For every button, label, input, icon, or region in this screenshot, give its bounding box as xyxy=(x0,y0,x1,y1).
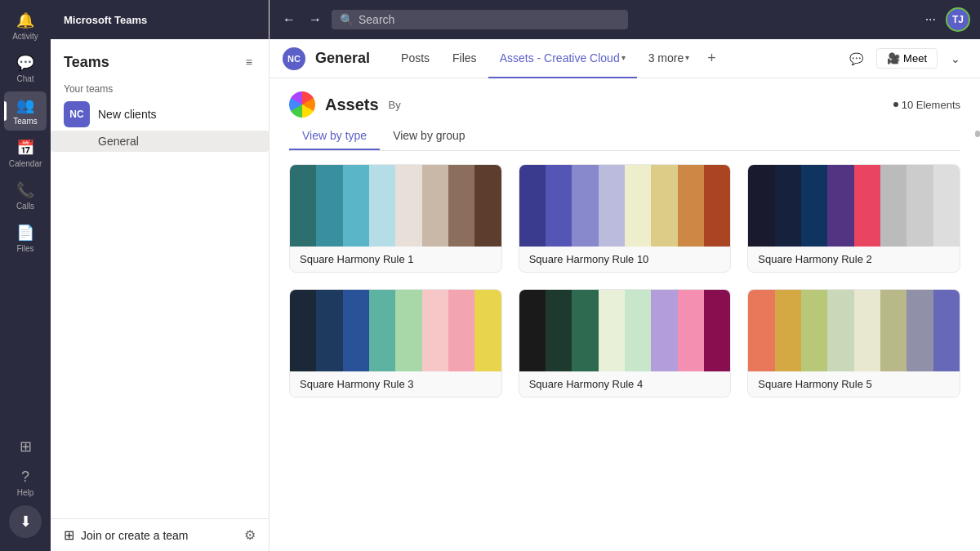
assets-logo xyxy=(289,91,315,118)
sidebar-section-label: Your teams xyxy=(51,78,269,98)
tab-more-chevron: ▾ xyxy=(685,53,689,62)
tab-posts-label: Posts xyxy=(401,51,430,64)
user-avatar[interactable]: TJ xyxy=(946,7,970,32)
swatch xyxy=(854,165,880,247)
rail-item-help[interactable]: ? Help xyxy=(4,464,47,502)
search-icon: 🔍 xyxy=(340,13,354,26)
rail-item-teams[interactable]: 👥 Teams xyxy=(4,91,47,131)
swatch xyxy=(678,165,704,247)
forward-button[interactable]: → xyxy=(305,9,325,30)
swatch xyxy=(704,165,730,247)
rail-item-calls[interactable]: 📞 Calls xyxy=(4,176,47,216)
rail-item-calendar[interactable]: 📅 Calendar xyxy=(4,134,47,173)
swatch xyxy=(827,165,853,247)
swatch xyxy=(599,165,625,247)
card-rule3[interactable]: Square Harmony Rule 3 xyxy=(289,289,502,398)
meet-button[interactable]: 🎥 Meet xyxy=(876,48,938,69)
back-button[interactable]: ← xyxy=(279,9,299,30)
swatch xyxy=(448,165,474,247)
rail-item-more-apps[interactable]: ⊞ xyxy=(4,433,47,460)
swatch xyxy=(343,290,369,371)
channel-team-badge: NC xyxy=(283,47,305,70)
topbar-actions: ··· TJ xyxy=(922,7,970,32)
calls-icon: 📞 xyxy=(16,181,34,199)
tab-posts[interactable]: Posts xyxy=(390,39,441,78)
files-icon: 📄 xyxy=(16,224,34,242)
topbar: ← → 🔍 ··· TJ xyxy=(270,0,980,39)
card-rule2[interactable]: Square Harmony Rule 2 xyxy=(747,164,960,273)
settings-button[interactable]: ⚙ xyxy=(244,527,256,543)
tab-more-label: 3 more xyxy=(648,51,684,64)
rail-item-files[interactable]: 📄 Files xyxy=(4,219,47,258)
add-tab-button[interactable]: + xyxy=(701,50,723,67)
swatch xyxy=(448,290,474,371)
swatch xyxy=(678,290,704,371)
swatch xyxy=(801,290,827,371)
tab-files[interactable]: Files xyxy=(441,39,488,78)
card-preview-rule2 xyxy=(748,165,960,247)
team-name-nc: New clients xyxy=(98,108,227,121)
swatch xyxy=(369,165,395,247)
card-rule5[interactable]: Square Harmony Rule 5 xyxy=(747,289,960,398)
swatch xyxy=(906,290,933,371)
card-preview-rule5 xyxy=(748,290,960,371)
card-rule1[interactable]: Square Harmony Rule 1 xyxy=(289,164,502,273)
expand-button[interactable]: ⌄ xyxy=(944,49,967,69)
swatch xyxy=(422,290,448,371)
swatch xyxy=(651,290,677,371)
swatch xyxy=(827,290,853,371)
user-initials: TJ xyxy=(952,14,964,25)
sidebar-header: Teams ≡ xyxy=(51,39,269,78)
video-icon: 🎥 xyxy=(887,52,900,64)
rail-label-calls: Calls xyxy=(16,202,34,211)
card-rule4[interactable]: Square Harmony Rule 4 xyxy=(519,289,732,398)
swatch xyxy=(474,290,501,371)
view-by-type-label: View by type xyxy=(302,129,367,142)
swatch xyxy=(880,290,906,371)
filter-button[interactable]: ≡ xyxy=(243,52,256,72)
card-preview-rule1 xyxy=(290,165,501,247)
tab-assets[interactable]: Assets - Creative Cloud ▾ xyxy=(488,39,637,78)
card-rule10[interactable]: Square Harmony Rule 10 xyxy=(519,164,732,273)
search-bar[interactable]: 🔍 xyxy=(332,10,628,29)
swatch xyxy=(748,165,774,247)
tab-files-label: Files xyxy=(452,51,477,64)
card-preview-rule10 xyxy=(519,165,731,247)
main-area: ← → 🔍 ··· TJ NC General Posts Files xyxy=(270,0,980,551)
swatch xyxy=(369,290,395,371)
download-icon: ⬇ xyxy=(20,513,32,531)
swatch xyxy=(599,290,625,371)
rail-label-files: Files xyxy=(16,244,33,253)
rail-item-activity[interactable]: 🔔 Activity xyxy=(4,7,47,46)
team-avatar-nc: NC xyxy=(64,101,90,127)
conversation-icon: 💬 xyxy=(849,52,863,65)
search-input[interactable] xyxy=(359,13,620,26)
rail-item-chat[interactable]: 💬 Chat xyxy=(4,49,47,88)
swatch xyxy=(933,165,960,247)
rail-item-download[interactable]: ⬇ xyxy=(9,505,42,538)
sidebar-topbar: Microsoft Teams xyxy=(51,0,269,39)
swatch xyxy=(625,165,651,247)
card-label-rule2: Square Harmony Rule 2 xyxy=(748,247,960,272)
swatch xyxy=(316,165,342,247)
card-label-rule10: Square Harmony Rule 10 xyxy=(519,247,731,272)
swatch xyxy=(519,290,546,371)
swatch xyxy=(906,165,933,247)
view-by-group-tab[interactable]: View by group xyxy=(380,124,478,150)
swatch xyxy=(854,290,880,371)
join-label: Join or create a team xyxy=(81,529,189,542)
join-create-team-button[interactable]: ⊞ Join or create a team xyxy=(64,527,238,543)
tab-more[interactable]: 3 more ▾ xyxy=(637,39,702,78)
swatch xyxy=(290,290,316,371)
more-options-button[interactable]: ··· xyxy=(922,9,939,30)
rail-label-calendar: Calendar xyxy=(9,159,42,168)
rail-label-activity: Activity xyxy=(12,32,38,41)
swatch xyxy=(704,290,730,371)
channel-item-general[interactable]: General xyxy=(51,131,269,152)
view-by-type-tab[interactable]: View by type xyxy=(289,124,380,150)
team-item-nc[interactable]: NC New clients ··· xyxy=(51,98,269,131)
expand-icon: ⌄ xyxy=(951,52,960,65)
conversation-button[interactable]: 💬 xyxy=(843,49,870,69)
card-preview-rule3 xyxy=(290,290,501,371)
swatch xyxy=(395,165,421,247)
